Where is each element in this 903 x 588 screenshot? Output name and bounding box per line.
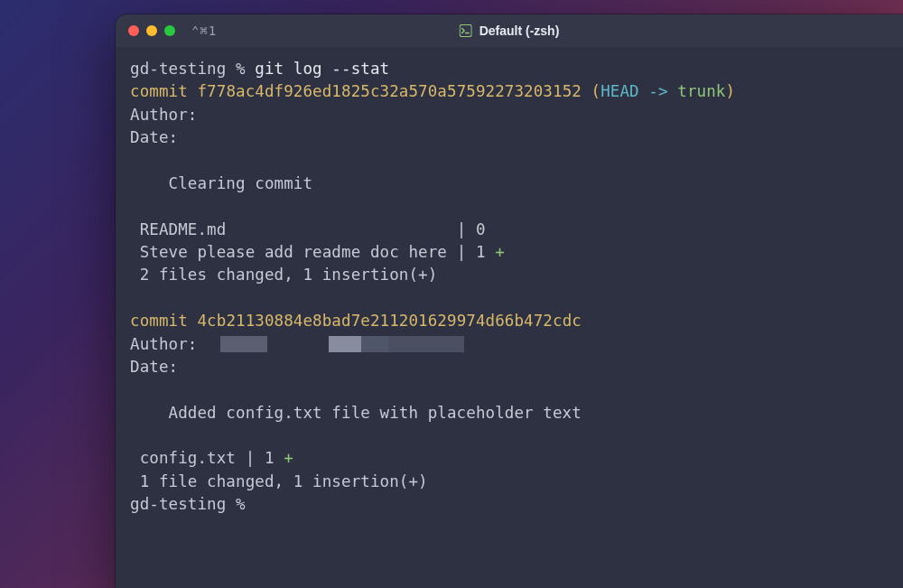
ref-head: HEAD -> <box>600 82 677 100</box>
prompt-dir: gd-testing <box>130 495 226 513</box>
commit-hash: 4cb21130884e8bad7e211201629974d66b472cdc <box>197 312 581 330</box>
titlebar: ⌃⌘1 Default (-zsh) <box>116 14 903 47</box>
redacted-block <box>361 336 388 352</box>
terminal-icon <box>460 24 472 37</box>
terminal-window: ⌃⌘1 Default (-zsh) gd-testing % git log … <box>116 14 903 588</box>
zoom-icon[interactable] <box>164 25 175 36</box>
ref-open: ( <box>591 82 601 100</box>
tab-default[interactable]: Default (-zsh) <box>460 23 560 38</box>
stat-count: 1 <box>255 449 284 467</box>
traffic-lights <box>128 25 175 36</box>
commit-hash: f778ac4df926ed1825c32a570a57592273203152 <box>197 82 581 100</box>
svg-rect-0 <box>460 25 471 37</box>
commit-keyword: commit <box>130 82 188 100</box>
stat-pipe: | <box>246 449 256 467</box>
terminal-output[interactable]: gd-testing % git log --stat commit f778a… <box>116 47 903 531</box>
stat-pipe: | <box>457 243 467 261</box>
commit-message: Added config.txt file with placeholder t… <box>169 404 582 422</box>
ref-branch: trunk <box>677 82 725 100</box>
prompt-dir: gd-testing <box>130 60 226 78</box>
redacted-block <box>329 336 361 352</box>
minimize-icon[interactable] <box>146 25 157 36</box>
redacted-block <box>388 336 464 352</box>
command-input: git log --stat <box>255 60 389 78</box>
author-label: Author: <box>130 335 197 353</box>
close-icon[interactable] <box>128 25 139 36</box>
stat-filename: README.md <box>140 220 457 238</box>
stat-summary: 2 files changed, 1 insertion(+) <box>140 266 438 284</box>
stat-summary: 1 file changed, 1 insertion(+) <box>140 472 428 490</box>
stat-filename: config.txt <box>140 449 246 467</box>
date-label: Date: <box>130 128 178 146</box>
commit-keyword: commit <box>130 312 188 330</box>
plus-icon: + <box>284 449 293 467</box>
date-label: Date: <box>130 358 178 376</box>
prompt-separator: % <box>236 60 246 78</box>
commit-message: Clearing commit <box>169 174 313 192</box>
ref-close: ) <box>725 82 735 100</box>
stat-filename: Steve please add readme doc here <box>140 243 457 261</box>
stat-count: 0 <box>466 220 485 238</box>
plus-icon: + <box>495 243 505 261</box>
prompt-separator: % <box>236 495 246 513</box>
tab-label: Default (-zsh) <box>479 23 560 38</box>
redacted-block <box>220 336 267 352</box>
stat-pipe: | <box>457 220 467 238</box>
stat-count: 1 <box>466 243 495 261</box>
author-label: Author: <box>130 106 197 124</box>
tab-shortcut: ⌃⌘1 <box>191 23 217 38</box>
